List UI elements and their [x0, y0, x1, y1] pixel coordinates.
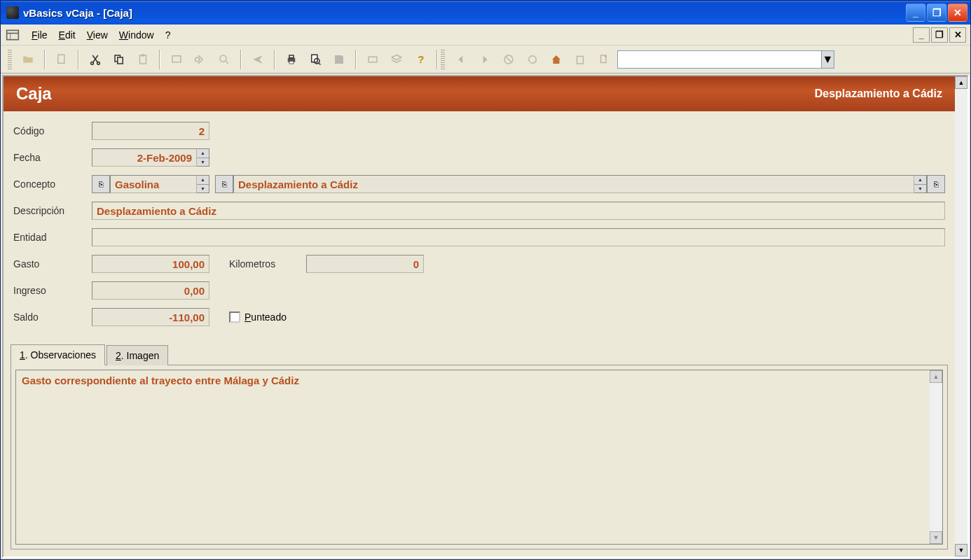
- app-icon: [6, 6, 19, 19]
- ingreso-field[interactable]: 0,00: [92, 281, 209, 300]
- menu-help[interactable]: ?: [160, 27, 177, 43]
- mdi-minimize-button[interactable]: _: [913, 27, 930, 43]
- titlebar: vBasics vCaja - [Caja] _ ❐ ✕: [1, 1, 970, 24]
- concepto2-lookup2-icon[interactable]: ⎘: [927, 175, 945, 193]
- svg-line-13: [226, 61, 228, 64]
- new-doc-icon[interactable]: *: [595, 50, 613, 69]
- back-icon[interactable]: [452, 50, 470, 69]
- svg-rect-16: [289, 61, 294, 64]
- punteado-checkbox[interactable]: [229, 312, 240, 323]
- svg-line-23: [506, 57, 511, 62]
- refresh-icon[interactable]: [523, 50, 542, 69]
- menu-file[interactable]: File: [26, 27, 53, 43]
- fecha-field[interactable]: 2-Feb-2009: [92, 148, 197, 167]
- svg-rect-10: [172, 55, 181, 62]
- toolbar: ? * ▼: [1, 46, 970, 74]
- menu-view[interactable]: View: [81, 27, 113, 43]
- mdi-restore-button[interactable]: ❐: [931, 27, 948, 43]
- punteado-label: Punteado: [245, 312, 287, 323]
- form: Código 2 Fecha 2-Feb-2009 ▲▼ Concepto ⎘ …: [4, 111, 955, 340]
- kilometros-label: Kilometros: [229, 258, 306, 270]
- close-button[interactable]: ✕: [948, 4, 967, 22]
- codigo-field[interactable]: 2: [92, 122, 209, 140]
- concepto1-field[interactable]: Gasolina: [110, 175, 197, 193]
- concepto2-lookup-icon[interactable]: ⎘: [215, 175, 233, 193]
- observaciones-textarea[interactable]: Gasto correspondiente al trayecto entre …: [16, 370, 930, 544]
- svg-line-19: [319, 63, 320, 64]
- gasto-field[interactable]: 100,00: [92, 255, 209, 273]
- concepto1-spinner[interactable]: ▲▼: [197, 175, 209, 193]
- toolbar-grip: [8, 50, 12, 69]
- open-icon[interactable]: [19, 50, 37, 69]
- main-scrollbar[interactable]: ▲ ▼: [955, 76, 967, 556]
- svg-point-12: [220, 55, 226, 62]
- svg-text:?: ?: [418, 53, 424, 65]
- entidad-field[interactable]: [92, 228, 945, 246]
- building-icon[interactable]: [571, 50, 589, 69]
- section-header: Caja Desplazamiento a Cádiz: [4, 76, 955, 111]
- address-combo[interactable]: ▼: [617, 50, 834, 69]
- codigo-label: Código: [13, 125, 92, 136]
- svg-rect-8: [140, 55, 146, 64]
- layers-icon[interactable]: [387, 50, 406, 69]
- document-icon[interactable]: [53, 50, 71, 69]
- menubar: File Edit View Window ? _ ❐ ✕: [1, 24, 970, 46]
- svg-rect-3: [58, 55, 64, 63]
- home-icon[interactable]: [547, 50, 565, 69]
- concepto2-spinner[interactable]: ▲▼: [914, 175, 927, 193]
- descripcion-field[interactable]: Desplazamiento a Cádiz: [92, 202, 945, 220]
- svg-rect-9: [142, 54, 145, 56]
- svg-rect-7: [118, 57, 123, 64]
- scroll-up-icon[interactable]: ▲: [930, 370, 942, 383]
- print-icon[interactable]: [282, 50, 301, 69]
- tab-observaciones[interactable]: 1. Observaciones: [11, 344, 105, 365]
- mdi-close-button[interactable]: ✕: [949, 27, 966, 43]
- scroll-down-icon[interactable]: ▼: [955, 544, 967, 556]
- svg-rect-24: [577, 56, 584, 64]
- save-icon[interactable]: [330, 50, 348, 69]
- section-subtitle: Desplazamiento a Cádiz: [815, 88, 942, 100]
- scroll-down-icon[interactable]: ▼: [930, 531, 942, 544]
- menu-window[interactable]: Window: [113, 27, 160, 43]
- paste-icon[interactable]: [134, 50, 152, 69]
- forward-icon[interactable]: [476, 50, 494, 69]
- svg-rect-0: [7, 30, 19, 39]
- find-icon[interactable]: [191, 50, 209, 69]
- svg-rect-20: [369, 57, 377, 62]
- copy-icon[interactable]: [110, 50, 128, 69]
- window-title: vBasics vCaja - [Caja]: [23, 7, 132, 19]
- kilometros-field[interactable]: 0: [306, 255, 424, 273]
- zoom-icon[interactable]: [215, 50, 233, 69]
- print-preview-icon[interactable]: [306, 50, 324, 69]
- menu-edit[interactable]: Edit: [53, 27, 81, 43]
- gasto-label: Gasto: [13, 258, 92, 270]
- concepto1-lookup-icon[interactable]: ⎘: [92, 175, 110, 193]
- stop-icon[interactable]: [500, 50, 518, 69]
- concepto-label: Concepto: [13, 178, 92, 190]
- fecha-label: Fecha: [13, 152, 92, 163]
- window-icon[interactable]: [167, 50, 186, 69]
- fecha-spinner[interactable]: ▲▼: [197, 148, 209, 167]
- svg-point-5: [97, 62, 100, 64]
- entidad-label: Entidad: [13, 232, 92, 243]
- cut-icon[interactable]: [86, 50, 104, 69]
- minimize-button[interactable]: _: [906, 4, 925, 22]
- tab-panel: Gasto correspondiente al trayecto entre …: [11, 365, 948, 550]
- scroll-up-icon[interactable]: ▲: [955, 76, 967, 89]
- saldo-label: Saldo: [13, 312, 92, 323]
- textarea-scrollbar[interactable]: ▲ ▼: [930, 370, 942, 544]
- saldo-field[interactable]: -110,00: [92, 308, 209, 326]
- mdi-form-icon: [5, 28, 20, 42]
- tab-imagen[interactable]: 2. Imagen: [106, 345, 168, 365]
- toolbar-grip-2: [441, 50, 445, 69]
- descripcion-label: Descripción: [13, 205, 92, 216]
- card-icon[interactable]: [364, 50, 382, 69]
- help-icon[interactable]: ?: [411, 50, 429, 69]
- send-icon[interactable]: [249, 50, 267, 69]
- ingreso-label: Ingreso: [13, 285, 92, 296]
- maximize-button[interactable]: ❐: [927, 4, 946, 22]
- concepto2-field[interactable]: Desplazamiento a Cádiz: [233, 175, 914, 193]
- svg-text:*: *: [605, 53, 607, 59]
- tabstrip: 1. Observaciones 2. Imagen: [4, 344, 955, 365]
- dropdown-icon[interactable]: ▼: [821, 51, 834, 68]
